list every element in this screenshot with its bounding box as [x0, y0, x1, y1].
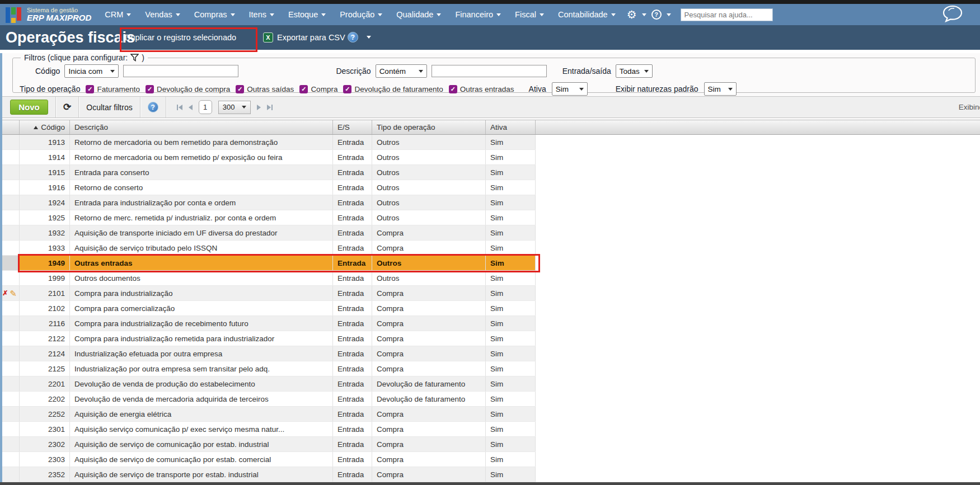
duplicate-record-button[interactable]: Duplicar o registro selecionado: [125, 25, 236, 50]
header-codigo[interactable]: Código: [20, 120, 70, 134]
previous-page-button[interactable]: [189, 105, 193, 110]
cell-codigo: 2101: [20, 286, 70, 300]
cell-tipo-operacao: Devolução de faturamento: [372, 376, 486, 391]
table-row[interactable]: 1949Outras entradasEntradaOutrosSim: [0, 256, 536, 271]
checkbox-outras-entradas[interactable]: ✓Outras entradas: [449, 85, 514, 93]
table-row[interactable]: 2301Aquisição serviço comunicação p/ exe…: [0, 422, 536, 437]
row-actions[interactable]: ✗✎: [0, 286, 20, 300]
table-row[interactable]: 1913Retorno de mercadoria ou bem remetid…: [0, 135, 536, 150]
table-row[interactable]: 2252Aquisição de energia elétricaEntrada…: [0, 407, 536, 422]
header-es[interactable]: E/S: [333, 120, 372, 134]
exibir-naturezas-select[interactable]: Sim: [704, 82, 737, 96]
table-row[interactable]: 2202Devolução de venda de mercadoria adq…: [0, 392, 536, 407]
table-row[interactable]: 1932Aquisição de transporte iniciado em …: [0, 225, 536, 241]
descricao-filter-input[interactable]: [432, 65, 547, 77]
novo-button[interactable]: Novo: [10, 100, 48, 115]
filter-funnel-icon: [130, 54, 139, 62]
menu-vendas[interactable]: Vendas: [145, 10, 180, 19]
table-row[interactable]: 1914Retorno de mercadoria ou bem remetid…: [0, 150, 536, 165]
checkbox-compra[interactable]: ✓Compra: [299, 85, 337, 93]
cell-descricao: Aquisição de serviço de comunicação por …: [70, 437, 333, 451]
table-row[interactable]: 2125Industrialização por outra empresa s…: [0, 361, 536, 376]
table-row[interactable]: ✗✎2101Compra para industrializaçãoEntrad…: [0, 286, 536, 301]
menu-qualidade[interactable]: Qualidade: [396, 10, 441, 19]
cell-tipo-operacao: Outros: [372, 180, 486, 195]
current-page-box[interactable]: 1: [199, 100, 212, 114]
table-row[interactable]: 1999Outros documentosEntradaOutrosSim: [0, 271, 536, 286]
table-row[interactable]: 1925Retorno de merc. remetida p/ industr…: [0, 210, 536, 225]
row-actions: [0, 376, 20, 391]
edit-pencil-icon[interactable]: ✎: [10, 289, 17, 298]
chevron-down-icon[interactable]: [642, 13, 646, 16]
table-row[interactable]: 2116Compra para industrialização de rece…: [0, 316, 536, 331]
checkbox-devolucao-de-compra[interactable]: ✓Devolução de compra: [146, 85, 230, 93]
menu-compras[interactable]: Compras: [194, 10, 235, 19]
table-row[interactable]: 2302Aquisição de serviço de comunicação …: [0, 437, 536, 452]
logo-brand: ERP MAXIPROD: [27, 13, 91, 22]
help-icon[interactable]: ?: [148, 102, 158, 112]
page-size-select[interactable]: 300: [218, 101, 251, 114]
header-tipo-operacao[interactable]: Tipo de operação: [372, 120, 486, 134]
table-row[interactable]: 1933Aquisição de serviço tributado pelo …: [0, 241, 536, 256]
header-descricao[interactable]: Descrição: [70, 120, 333, 134]
checkbox-checked-icon: ✓: [343, 85, 351, 93]
menu-fiscal[interactable]: Fiscal: [515, 10, 544, 19]
first-page-button[interactable]: [177, 105, 182, 110]
ativa-select[interactable]: Sim: [552, 82, 588, 96]
cell-codigo: 1932: [20, 225, 70, 240]
menu-label: Estoque: [288, 10, 318, 19]
checkbox-faturamento[interactable]: ✓Faturamento: [86, 85, 140, 93]
chevron-down-icon[interactable]: [367, 36, 371, 39]
checkbox-devolucao-de-faturamento[interactable]: ✓Devolução de faturamento: [343, 85, 443, 93]
table-row[interactable]: 2201Devolução de venda de produção do es…: [0, 376, 536, 392]
cell-descricao: Retorno de conserto: [70, 180, 333, 195]
cell-tipo-operacao: Compra: [372, 316, 486, 331]
ativa-label: Ativa: [529, 84, 546, 93]
cell-ativa: Sim: [486, 195, 536, 210]
table-row[interactable]: 2303Aquisição de serviço de comunicação …: [0, 452, 536, 467]
table-row[interactable]: 2122Compra para industrialização remetid…: [0, 331, 536, 346]
delete-icon[interactable]: ✗: [2, 290, 8, 296]
refresh-icon[interactable]: ⟳: [63, 101, 71, 113]
last-page-button[interactable]: [267, 105, 273, 110]
ocultar-filtros-button[interactable]: Ocultar filtros: [86, 103, 132, 112]
chevron-down-icon: [728, 88, 733, 91]
header-ativa[interactable]: Ativa: [486, 120, 536, 134]
table-row[interactable]: 1915Entrada para consertoEntradaOutrosSi…: [0, 165, 536, 180]
table-row[interactable]: 2124Industrialização efetuada por outra …: [0, 346, 536, 361]
menu-itens[interactable]: Itens: [249, 10, 274, 19]
checkbox-outras-saidas[interactable]: ✓Outras saídas: [236, 85, 294, 93]
cell-codigo: 1925: [20, 210, 70, 225]
help-icon[interactable]: ?: [348, 32, 358, 43]
row-actions: [0, 452, 20, 467]
cell-codigo: 2102: [20, 301, 70, 316]
table-row[interactable]: 2352Aquisição de serviço de transporte p…: [0, 467, 536, 482]
codigo-filter-input[interactable]: [123, 65, 238, 77]
menu-financeiro[interactable]: Financeiro: [455, 10, 501, 19]
help-icon[interactable]: ?: [651, 10, 662, 20]
menu-producao[interactable]: Produção: [340, 10, 382, 19]
next-page-button[interactable]: [257, 105, 261, 110]
chat-bubble-icon[interactable]: [942, 5, 963, 25]
descricao-operator-select[interactable]: Contém: [376, 64, 427, 78]
row-actions: [0, 195, 20, 210]
help-search-input[interactable]: [681, 8, 773, 21]
codigo-operator-select[interactable]: Inicia com: [64, 64, 119, 78]
cell-tipo-operacao: Compra: [372, 286, 486, 300]
menu-contabilidade[interactable]: Contabilidade: [558, 10, 616, 19]
menu-estoque[interactable]: Estoque: [288, 10, 326, 19]
menu-crm[interactable]: CRM: [105, 10, 131, 19]
cell-codigo: 1914: [20, 150, 70, 164]
cell-tipo-operacao: Outros: [372, 150, 486, 164]
table-row[interactable]: 1924Entrada para industrialização por co…: [0, 195, 536, 210]
entrada-saida-select[interactable]: Todas: [616, 64, 653, 78]
table-row[interactable]: 1916Retorno de consertoEntradaOutrosSim: [0, 180, 536, 195]
exibir-naturezas-label: Exibir naturezas padrão: [616, 84, 698, 93]
chevron-down-icon[interactable]: [667, 13, 671, 16]
app-logo[interactable]: Sistema de gestão ERP MAXIPROD: [6, 6, 91, 23]
gear-icon[interactable]: ⚙: [627, 9, 637, 20]
cell-codigo: 2124: [20, 346, 70, 361]
export-csv-button[interactable]: Exportar para CSV: [277, 25, 345, 50]
filters-legend[interactable]: Filtros (clique para configurar: ): [21, 53, 148, 62]
table-row[interactable]: 2102Compra para comercializaçãoEntradaCo…: [0, 301, 536, 316]
